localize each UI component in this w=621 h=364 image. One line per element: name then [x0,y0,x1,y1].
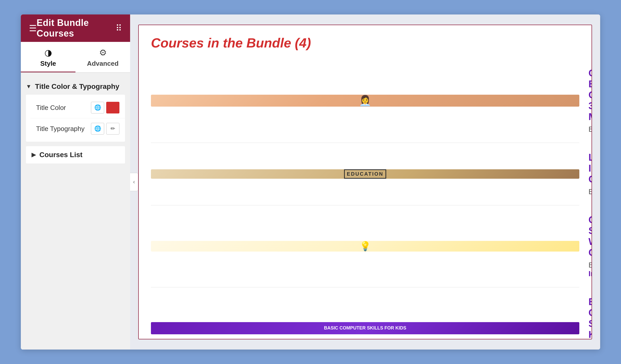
course-list: 👩‍💼 Complete Blender Creator, 3D Modelli… [151,59,579,339]
sidebar-tabs: ◑ Style ⚙ Advanced [21,42,130,73]
title-color-controls: 🌐 [91,102,119,113]
list-item: 👩‍💼 Complete Blender Creator, 3D Modelli… [151,59,579,143]
course-thumbnail-kids: BASIC COMPUTER SKILLS FOR KIDS [151,322,579,334]
course-by-seo: By Instructor 1 [588,261,592,278]
course-thumbnail-lorem: EDUCATION [151,169,579,179]
app-wrapper: ☰ Edit Bundle Courses ⠿ ◑ Style ⚙ Advanc… [21,14,600,350]
course-title-lorem: Lorem Impsum Course [588,152,592,185]
title-typography-global-btn[interactable]: 🌐 [91,123,104,135]
title-color-row: Title Color 🌐 [30,97,125,118]
tab-style[interactable]: ◑ Style [21,42,75,72]
course-instructor-seo: Instructor 1 [588,269,592,278]
course-info-lorem: Lorem Impsum Course By Saiful [588,152,592,196]
collapse-handle[interactable]: ‹ [130,173,138,191]
course-info-seo: Complete SEO Writing Course By Instructo… [588,214,592,278]
course-title-seo: Complete SEO Writing Course [588,214,592,258]
list-item: EDUCATION Lorem Impsum Course By Saiful [151,143,579,205]
courses-list-arrow: ▶ [32,152,36,158]
course-thumbnail-seo: 💡 [151,241,579,252]
list-item: 💡 Complete SEO Writing Course By Instruc… [151,205,579,287]
courses-list-section: ▶ Courses List [26,146,125,163]
tab-advanced-label: Advanced [87,60,118,68]
title-color-typography-header[interactable]: ▼ Title Color & Typography [26,80,125,93]
courses-list-header[interactable]: ▶ Courses List [26,146,125,163]
hamburger-icon[interactable]: ☰ [29,23,37,33]
course-title-blender: Complete Blender Creator, 3D Modelling [588,68,592,122]
title-typography-label: Title Typography [36,125,85,133]
course-info-kids: Basic Computer Skills for Kids By Instru… [588,296,592,339]
style-icon: ◑ [44,47,52,58]
accordion-arrow-down: ▼ [26,83,32,90]
courses-list-label: Courses List [39,151,83,159]
blender-thumb-icon: 👩‍💼 [359,95,371,107]
tab-advanced[interactable]: ⚙ Advanced [75,42,130,72]
kids-thumb-text: BASIC COMPUTER SKILLS FOR KIDS [324,325,406,331]
course-by-lorem: By Saiful [588,187,592,196]
title-typography-controls: 🌐 ✏ [91,123,119,135]
course-by-blender: By Saiful [588,125,592,134]
title-color-typography-body: Title Color 🌐 Title Typography 🌐 ✏ [26,95,125,142]
title-color-typography-section: ▼ Title Color & Typography Title Color 🌐… [26,80,125,142]
seo-thumb-icon: 💡 [360,241,371,252]
main-content: ‹ Courses in the Bundle (4) 👩‍💼 Complete… [130,14,600,350]
course-info-blender: Complete Blender Creator, 3D Modelling B… [588,68,592,134]
sidebar-content: ▼ Title Color & Typography Title Color 🌐… [21,73,130,350]
grid-icon[interactable]: ⠿ [116,23,122,33]
tab-style-label: Style [40,60,56,68]
course-thumbnail-blender: 👩‍💼 [151,95,579,107]
title-color-typography-label: Title Color & Typography [35,82,119,91]
list-item: BASIC COMPUTER SKILLS FOR KIDS Basic Com… [151,287,579,339]
title-typography-row: Title Typography 🌐 ✏ [30,118,125,139]
sidebar-header: ☰ Edit Bundle Courses ⠿ [21,14,130,42]
education-thumb-text: EDUCATION [344,169,386,179]
advanced-icon: ⚙ [99,47,107,58]
sidebar: ☰ Edit Bundle Courses ⠿ ◑ Style ⚙ Advanc… [21,14,130,350]
sidebar-title: Edit Bundle Courses [37,18,116,39]
bundle-title: Courses in the Bundle (4) [151,35,579,51]
title-color-label: Title Color [36,104,66,112]
title-typography-edit-btn[interactable]: ✏ [106,123,119,135]
course-title-kids: Basic Computer Skills for Kids [588,296,592,339]
bundle-panel: Courses in the Bundle (4) 👩‍💼 Complete B… [138,25,592,339]
title-color-swatch[interactable] [106,102,119,113]
title-color-global-btn[interactable]: 🌐 [91,102,104,113]
